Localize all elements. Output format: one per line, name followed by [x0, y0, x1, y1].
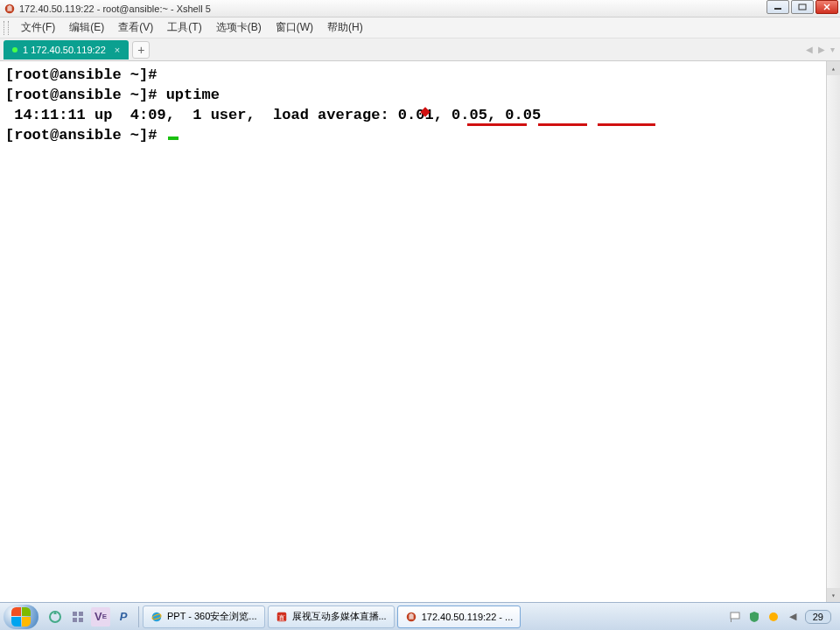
- tab-list-icon[interactable]: ▾: [830, 45, 835, 54]
- quicklaunch-p-icon[interactable]: P: [114, 607, 133, 626]
- svg-rect-7: [79, 618, 83, 622]
- terminal-scrollbar[interactable]: ▴ ▾: [826, 61, 840, 602]
- close-button[interactable]: [816, 0, 838, 14]
- session-tab[interactable]: 1 172.40.50.119:22 ×: [4, 40, 129, 60]
- svg-rect-4: [73, 612, 77, 616]
- windows-logo-icon: [11, 607, 31, 626]
- taskbar-label: PPT - 360安全浏览...: [167, 610, 257, 623]
- menu-view[interactable]: 查看(V): [111, 18, 160, 38]
- svg-rect-6: [73, 618, 77, 622]
- terminal-line: [root@ansible ~]# uptime: [5, 85, 835, 105]
- terminal-line: 14:11:11 up 4:09, 1 user, load average: …: [5, 105, 835, 125]
- app-icon: [4, 3, 16, 15]
- terminal[interactable]: [root@ansible ~]# [root@ansible ~]# upti…: [0, 61, 840, 602]
- taskbar-label: 展视互动多媒体直播...: [292, 610, 387, 623]
- scroll-down-icon[interactable]: ▾: [827, 588, 840, 602]
- menu-edit[interactable]: 编辑(E): [62, 18, 111, 38]
- svg-point-8: [152, 612, 162, 621]
- tray-shield-icon[interactable]: [747, 610, 761, 624]
- quicklaunch-ve-icon[interactable]: VE: [91, 607, 110, 626]
- connection-status-icon: [12, 47, 18, 52]
- add-tab-button[interactable]: +: [132, 41, 150, 59]
- svg-rect-1: [774, 8, 781, 10]
- maximize-button[interactable]: [791, 0, 814, 14]
- svg-text:直: 直: [278, 613, 285, 621]
- menu-tabs[interactable]: 选项卡(B): [209, 18, 269, 38]
- tab-close-icon[interactable]: ×: [115, 45, 120, 55]
- svg-rect-5: [79, 612, 83, 616]
- quicklaunch-grid-icon[interactable]: [68, 607, 88, 626]
- system-tray: ◀ 29: [728, 610, 836, 624]
- window-controls: [766, 0, 838, 14]
- window-title: 172.40.50.119:22 - root@ansible:~ - Xshe…: [19, 4, 211, 14]
- terminal-line: [root@ansible ~]#: [5, 65, 835, 85]
- taskbar-app-xshell[interactable]: 172.40.50.119:22 - ...: [397, 606, 522, 628]
- start-button[interactable]: [4, 605, 38, 629]
- taskbar-divider: [138, 606, 139, 627]
- ie-icon: [150, 611, 163, 623]
- taskbar-label: 172.40.50.119:22 - ...: [422, 612, 514, 622]
- svg-point-15: [769, 612, 778, 621]
- cursor-icon: [168, 136, 178, 140]
- menu-tools[interactable]: 工具(T): [160, 18, 208, 38]
- tray-chevron-icon[interactable]: ◀: [786, 610, 800, 624]
- svg-rect-14: [731, 619, 732, 622]
- quicklaunch-recycle-icon[interactable]: [46, 607, 65, 626]
- minimize-button[interactable]: [766, 0, 789, 14]
- taskbar-app-browser[interactable]: PPT - 360安全浏览...: [143, 606, 265, 628]
- menubar-grip[interactable]: [4, 21, 9, 35]
- app-icon: 直: [276, 611, 288, 623]
- tab-label: 1 172.40.50.119:22: [23, 45, 106, 55]
- menubar: 文件(F) 编辑(E) 查看(V) 工具(T) 选项卡(B) 窗口(W) 帮助(…: [0, 18, 840, 38]
- tab-prev-icon[interactable]: ◀: [806, 45, 813, 54]
- tab-next-icon[interactable]: ▶: [818, 45, 825, 54]
- tab-nav-controls: ◀ ▶ ▾: [806, 45, 835, 54]
- tray-clock[interactable]: 29: [805, 610, 831, 624]
- terminal-line: [root@ansible ~]#: [5, 125, 835, 145]
- menu-window[interactable]: 窗口(W): [269, 18, 320, 38]
- tray-updates-icon[interactable]: [766, 610, 780, 624]
- svg-rect-2: [799, 4, 806, 10]
- tabbar: 1 172.40.50.119:22 × + ◀ ▶ ▾: [0, 38, 840, 61]
- titlebar: 172.40.50.119:22 - root@ansible:~ - Xshe…: [0, 0, 840, 18]
- annotation-underline: [538, 123, 587, 126]
- scroll-up-icon[interactable]: ▴: [827, 61, 840, 75]
- taskbar-app-media[interactable]: 直 展视互动多媒体直播...: [268, 606, 395, 628]
- menu-help[interactable]: 帮助(H): [320, 18, 370, 38]
- annotation-underline: [598, 123, 655, 126]
- tray-flag-icon[interactable]: [728, 610, 742, 624]
- annotation-underline: [467, 123, 527, 126]
- menu-file[interactable]: 文件(F): [14, 18, 62, 38]
- svg-rect-13: [731, 612, 739, 619]
- taskbar: VE P PPT - 360安全浏览... 直 展视互动多媒体直播... 172…: [0, 602, 840, 630]
- xshell-icon: [405, 611, 417, 623]
